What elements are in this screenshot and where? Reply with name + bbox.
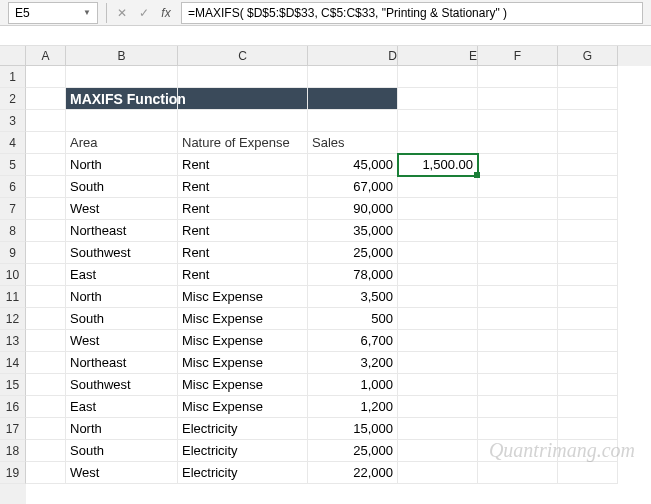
cell-area[interactable]: South (66, 440, 178, 462)
row-header[interactable]: 7 (0, 198, 26, 220)
cell[interactable] (26, 154, 66, 176)
cell[interactable] (558, 440, 618, 462)
cell[interactable] (398, 242, 478, 264)
row-header[interactable]: 18 (0, 440, 26, 462)
row-header[interactable]: 6 (0, 176, 26, 198)
header-area[interactable]: Area (66, 132, 178, 154)
cell-nature[interactable]: Electricity (178, 462, 308, 484)
cell[interactable] (478, 308, 558, 330)
cell[interactable] (26, 66, 66, 88)
cell[interactable] (398, 462, 478, 484)
cell-sales[interactable]: 25,000 (308, 440, 398, 462)
cell[interactable] (398, 308, 478, 330)
cell[interactable] (178, 110, 308, 132)
cell-nature[interactable]: Electricity (178, 418, 308, 440)
cell[interactable] (478, 132, 558, 154)
cell[interactable] (478, 154, 558, 176)
row-header[interactable]: 12 (0, 308, 26, 330)
cell-nature[interactable]: Rent (178, 198, 308, 220)
cell[interactable] (26, 330, 66, 352)
row-header[interactable]: 10 (0, 264, 26, 286)
cell-sales[interactable]: 78,000 (308, 264, 398, 286)
cell-sales[interactable]: 1,200 (308, 396, 398, 418)
cell[interactable] (26, 132, 66, 154)
cell-nature[interactable]: Misc Expense (178, 352, 308, 374)
cell[interactable] (398, 440, 478, 462)
cell-area[interactable]: Northeast (66, 352, 178, 374)
cell[interactable] (478, 176, 558, 198)
cell[interactable] (308, 88, 398, 110)
cell[interactable] (178, 66, 308, 88)
row-header[interactable]: 2 (0, 88, 26, 110)
cell-sales[interactable]: 15,000 (308, 418, 398, 440)
cell-nature[interactable]: Rent (178, 242, 308, 264)
cell-area[interactable]: South (66, 308, 178, 330)
col-header[interactable]: G (558, 46, 618, 66)
cell[interactable] (478, 264, 558, 286)
cell-sales[interactable]: 35,000 (308, 220, 398, 242)
cell[interactable] (26, 198, 66, 220)
cell[interactable] (398, 176, 478, 198)
header-sales[interactable]: Sales (308, 132, 398, 154)
cell-sales[interactable]: 500 (308, 308, 398, 330)
row-header[interactable]: 15 (0, 374, 26, 396)
col-header[interactable]: A (26, 46, 66, 66)
cell[interactable] (26, 242, 66, 264)
cell[interactable] (478, 374, 558, 396)
cell[interactable] (558, 110, 618, 132)
cell[interactable] (398, 352, 478, 374)
cell-nature[interactable]: Misc Expense (178, 396, 308, 418)
cell-sales[interactable]: 6,700 (308, 330, 398, 352)
title-cell[interactable]: MAXIFS Function (66, 88, 178, 110)
cell[interactable] (558, 330, 618, 352)
selected-cell[interactable]: 1,500.00 (398, 154, 478, 176)
cell[interactable] (26, 286, 66, 308)
cell[interactable] (478, 110, 558, 132)
col-header[interactable]: E (398, 46, 478, 66)
col-header[interactable]: F (478, 46, 558, 66)
cell[interactable] (558, 220, 618, 242)
cell[interactable] (478, 198, 558, 220)
row-header[interactable]: 3 (0, 110, 26, 132)
cell[interactable] (558, 308, 618, 330)
cell[interactable] (398, 264, 478, 286)
cell[interactable] (398, 396, 478, 418)
cell[interactable] (398, 88, 478, 110)
cell[interactable] (308, 66, 398, 88)
cell-nature[interactable]: Rent (178, 154, 308, 176)
cell[interactable] (66, 110, 178, 132)
cell-sales[interactable]: 45,000 (308, 154, 398, 176)
cell[interactable] (26, 352, 66, 374)
cell[interactable] (26, 176, 66, 198)
cell-nature[interactable]: Rent (178, 264, 308, 286)
cell[interactable] (558, 132, 618, 154)
cell[interactable] (558, 66, 618, 88)
cell-area[interactable]: West (66, 198, 178, 220)
cell[interactable] (26, 110, 66, 132)
cell[interactable] (308, 110, 398, 132)
cell[interactable] (26, 88, 66, 110)
cell[interactable] (558, 176, 618, 198)
row-header[interactable]: 16 (0, 396, 26, 418)
cell[interactable] (478, 88, 558, 110)
row-header[interactable]: 14 (0, 352, 26, 374)
cell-nature[interactable]: Misc Expense (178, 308, 308, 330)
header-nature[interactable]: Nature of Expense (178, 132, 308, 154)
cell-sales[interactable]: 22,000 (308, 462, 398, 484)
fx-icon[interactable]: fx (155, 6, 177, 20)
cell[interactable] (558, 264, 618, 286)
row-header[interactable]: 4 (0, 132, 26, 154)
cell[interactable] (478, 440, 558, 462)
cell[interactable] (398, 330, 478, 352)
cell[interactable] (398, 374, 478, 396)
cell-area[interactable]: Northeast (66, 220, 178, 242)
cell-sales[interactable]: 1,000 (308, 374, 398, 396)
cell-area[interactable]: North (66, 418, 178, 440)
cell[interactable] (26, 374, 66, 396)
cell[interactable] (478, 418, 558, 440)
cell[interactable] (558, 352, 618, 374)
cell-area[interactable]: North (66, 286, 178, 308)
cell-area[interactable]: East (66, 396, 178, 418)
cell[interactable] (478, 462, 558, 484)
chevron-down-icon[interactable]: ▼ (83, 8, 91, 17)
